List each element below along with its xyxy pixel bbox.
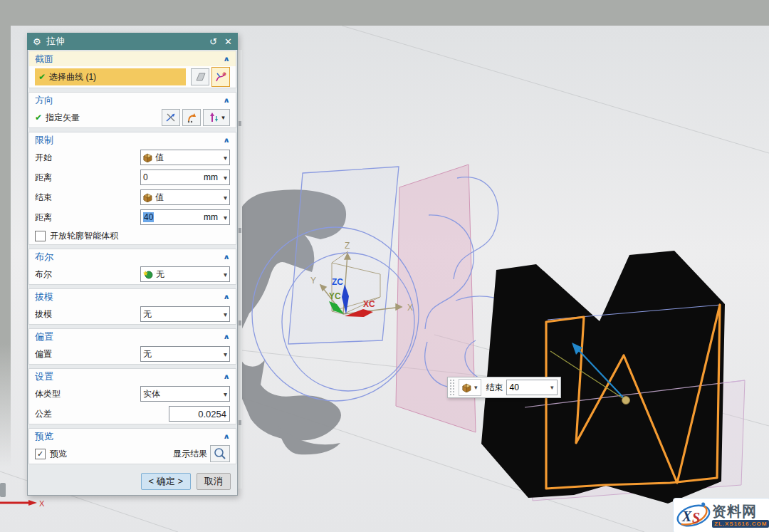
group-limits-header[interactable]: 限制 ∧ (29, 132, 236, 147)
end-distance-onscreen-label: 结束 (486, 382, 503, 394)
group-offset-header[interactable]: 偏置 ∧ (29, 329, 236, 344)
sketch-plane-outline[interactable] (288, 167, 399, 344)
watermark-site-name: 资料网 (712, 504, 769, 519)
boolean-combo[interactable]: 无 ▾ (140, 266, 230, 282)
boolean-label: 布尔 (35, 268, 140, 281)
body-type-value: 实体 (143, 388, 224, 400)
close-icon[interactable]: ✕ (224, 36, 232, 47)
end-distance-onscreen-field[interactable]: 40 ▾ (506, 380, 558, 395)
end-distance-field[interactable]: 40 mm ▾ (140, 209, 230, 225)
drag-handle[interactable] (449, 380, 456, 395)
dropdown-caret-icon[interactable]: ▾ (224, 194, 227, 202)
onscreen-input-toolbar[interactable]: ▾ 结束 40 ▾ (447, 377, 561, 398)
boolean-none-icon (143, 270, 153, 279)
dropdown-caret-icon[interactable]: ▾ (224, 311, 227, 318)
body-type-label: 体类型 (35, 388, 140, 400)
group-direction-header[interactable]: 方向 ∧ (29, 93, 236, 108)
body-type-combo[interactable]: 实体 ▾ (140, 386, 230, 402)
dropdown-caret-icon[interactable]: ▾ (550, 384, 554, 391)
offset-combo[interactable]: 无 ▾ (140, 346, 230, 362)
check-icon: ✔ (35, 113, 42, 122)
sketch-section-button[interactable] (191, 68, 209, 85)
view-triad-x-label: X (39, 499, 45, 508)
dropdown-caret-icon[interactable]: ▾ (221, 114, 225, 121)
inferred-vector-button[interactable] (182, 109, 201, 126)
chevron-up-icon[interactable]: ∧ (223, 372, 230, 380)
drag-handle-ball[interactable] (622, 397, 630, 405)
preview-row: ✓ 预览 显示结果 (29, 444, 236, 464)
chevron-up-icon[interactable]: ∧ (223, 253, 230, 261)
group-section-header[interactable]: 截面 ∧ (29, 51, 236, 66)
start-label: 开始 (35, 152, 140, 164)
end-combo[interactable]: 值 ▾ (140, 189, 230, 205)
tolerance-label: 公差 (35, 408, 169, 420)
check-icon: ✔ (38, 72, 46, 82)
group-settings-title: 设置 (35, 370, 223, 383)
group-preview: 预览 ∧ ✓ 预览 显示结果 (28, 428, 236, 464)
group-preview-header[interactable]: 预览 ∧ (29, 429, 236, 444)
open-profile-checkbox[interactable] (35, 231, 46, 241)
dialog-resize-strip[interactable] (238, 50, 242, 489)
axis-label-x: X (407, 303, 413, 313)
end-distance-onscreen-value[interactable]: 40 (510, 382, 550, 392)
dropdown-caret-icon[interactable]: ▾ (224, 214, 227, 221)
group-draft-title: 拔模 (35, 291, 223, 303)
end-label: 结束 (35, 192, 140, 204)
chevron-up-icon[interactable]: ∧ (223, 293, 230, 301)
limit-type-button[interactable]: ▾ (459, 379, 481, 396)
dialog-body: 截面 ∧ ✔ 选择曲线 (1) (27, 50, 238, 496)
chevron-up-icon[interactable]: ∧ (223, 136, 230, 144)
tolerance-row: 公差 0.0254 (29, 404, 236, 424)
reset-icon[interactable]: ↺ (209, 36, 217, 47)
orange-arrow-icon (186, 112, 197, 123)
show-result-button[interactable] (210, 445, 230, 462)
vector-dialog-button[interactable] (162, 109, 180, 126)
cube-icon (462, 383, 471, 392)
dropdown-caret-icon[interactable]: ▾ (224, 154, 227, 162)
group-direction: 方向 ∧ ✔ 指定矢量 (28, 92, 236, 128)
curve-select-button[interactable] (211, 67, 230, 87)
start-row: 开始 值 ▾ (29, 147, 236, 167)
svg-text:X: X (681, 508, 692, 524)
tolerance-field[interactable]: 0.0254 (169, 406, 230, 422)
draft-row: 拔模 无 ▾ (29, 304, 236, 324)
group-offset: 偏置 ∧ 偏置 无 ▾ (28, 328, 236, 365)
body-type-row: 体类型 实体 ▾ (29, 384, 236, 404)
chevron-up-icon[interactable]: ∧ (223, 333, 230, 340)
ok-button-label: < 确定 > (149, 475, 183, 488)
cube-icon (143, 193, 152, 202)
group-draft-header[interactable]: 拔模 ∧ (29, 289, 236, 304)
group-settings-header[interactable]: 设置 ∧ (29, 369, 236, 384)
start-distance-field[interactable]: 0 mm ▾ (140, 169, 230, 185)
chevron-up-icon[interactable]: ∧ (223, 96, 230, 104)
ok-button[interactable]: < 确定 > (141, 473, 191, 490)
extrude-dialog[interactable]: ⚙ 拉伸 ↺ ✕ 截面 ∧ ✔ 选择曲线 (1) (27, 33, 238, 496)
vector-direction-button[interactable]: ▾ (203, 109, 230, 126)
end-distance-unit: mm (204, 212, 218, 222)
group-boolean-header[interactable]: 布尔 ∧ (29, 249, 236, 264)
preview-checkbox[interactable]: ✓ (35, 449, 46, 459)
dropdown-caret-icon[interactable]: ▾ (224, 174, 227, 182)
chevron-up-icon[interactable]: ∧ (223, 55, 230, 63)
dropdown-caret-icon[interactable]: ▾ (224, 350, 227, 358)
dropdown-caret-icon[interactable]: ▾ (474, 384, 478, 391)
start-combo[interactable]: 值 ▾ (140, 150, 230, 165)
select-curve-row: ✔ 选择曲线 (1) (29, 66, 236, 88)
dropdown-caret-icon[interactable]: ▾ (224, 271, 227, 278)
axis-label-y: Y (310, 276, 316, 286)
dropdown-caret-icon[interactable]: ▾ (224, 390, 227, 398)
open-profile-row: 开放轮廓智能体积 (29, 227, 236, 244)
chevron-up-icon[interactable]: ∧ (223, 432, 230, 440)
show-result-label: 显示结果 (173, 448, 207, 460)
draft-combo[interactable]: 无 ▾ (140, 306, 230, 322)
dialog-footer: < 确定 > 取消 (28, 468, 236, 495)
dialog-titlebar[interactable]: ⚙ 拉伸 ↺ ✕ (27, 33, 238, 50)
end-distance-value[interactable]: 40 (143, 212, 154, 222)
end-distance-label: 距离 (35, 212, 140, 224)
select-curve-field[interactable]: ✔ 选择曲线 (1) (35, 68, 186, 85)
magnifier-icon (214, 447, 226, 460)
cancel-button[interactable]: 取消 (197, 473, 231, 490)
tolerance-value[interactable]: 0.0254 (198, 409, 226, 419)
start-distance-value[interactable]: 0 (143, 172, 204, 182)
draft-value: 无 (143, 308, 224, 320)
